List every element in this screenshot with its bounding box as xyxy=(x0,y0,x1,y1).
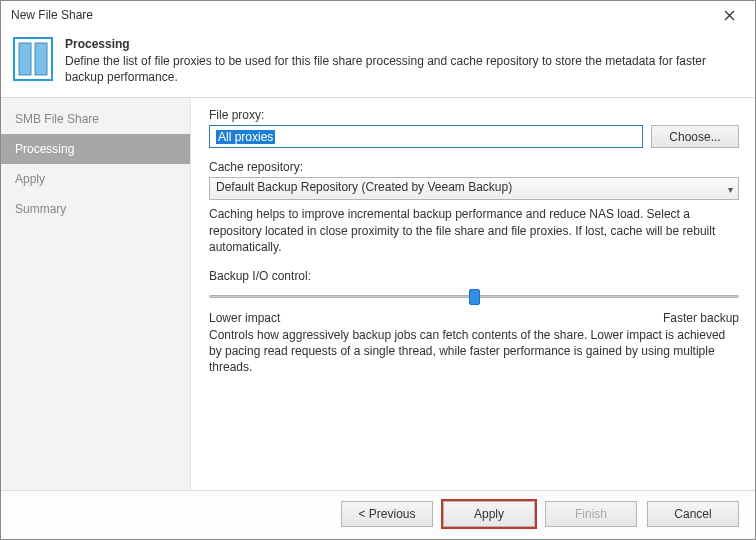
cache-repository-description: Caching helps to improve incremental bac… xyxy=(209,206,739,255)
close-icon[interactable] xyxy=(711,2,747,28)
svg-rect-2 xyxy=(35,43,47,75)
page-title: Processing xyxy=(65,37,725,51)
io-control-description: Controls how aggressively backup jobs ca… xyxy=(209,327,739,376)
finish-button[interactable]: Finish xyxy=(545,501,637,527)
sidebar-item-processing[interactable]: Processing xyxy=(1,134,190,164)
previous-button[interactable]: < Previous xyxy=(341,501,433,527)
wizard-main: File proxy: All proxies Choose... Cache … xyxy=(191,98,755,490)
slider-thumb[interactable] xyxy=(469,289,480,305)
wizard-header: Processing Define the list of file proxi… xyxy=(1,29,755,97)
svg-rect-1 xyxy=(19,43,31,75)
cache-repository-select[interactable]: Default Backup Repository (Created by Ve… xyxy=(209,177,739,200)
choose-button[interactable]: Choose... xyxy=(651,125,739,148)
cache-repository-label: Cache repository: xyxy=(209,160,739,174)
wizard-body: SMB File Share Processing Apply Summary … xyxy=(1,97,755,490)
title-bar: New File Share xyxy=(1,1,755,29)
file-proxy-field[interactable]: All proxies xyxy=(209,125,643,148)
file-proxy-label: File proxy: xyxy=(209,108,739,122)
io-control-slider[interactable] xyxy=(209,289,739,307)
cancel-button[interactable]: Cancel xyxy=(647,501,739,527)
window-title: New File Share xyxy=(11,8,93,22)
io-faster-label: Faster backup xyxy=(663,311,739,325)
sidebar-item-apply[interactable]: Apply xyxy=(1,164,190,194)
io-control-label: Backup I/O control: xyxy=(209,269,739,283)
page-description: Define the list of file proxies to be us… xyxy=(65,53,725,85)
apply-button[interactable]: Apply xyxy=(443,501,535,527)
file-proxy-value: All proxies xyxy=(216,130,275,144)
io-lower-label: Lower impact xyxy=(209,311,280,325)
wizard-footer: < Previous Apply Finish Cancel xyxy=(1,490,755,539)
wizard-steps: SMB File Share Processing Apply Summary xyxy=(1,98,191,490)
file-share-icon xyxy=(13,37,53,81)
sidebar-item-smb-file-share[interactable]: SMB File Share xyxy=(1,104,190,134)
sidebar-item-summary[interactable]: Summary xyxy=(1,194,190,224)
